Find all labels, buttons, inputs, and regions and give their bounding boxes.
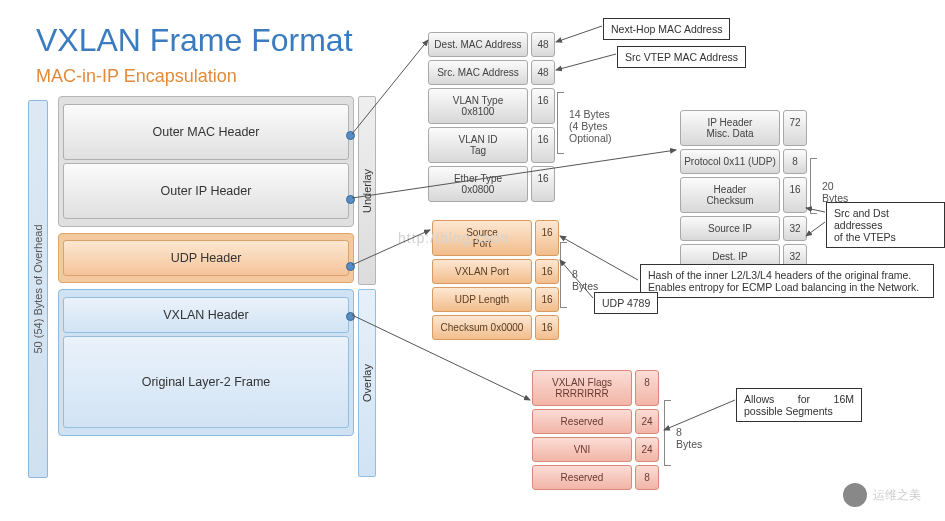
- vxlan-field-table: VXLAN Flags RRRRIRRR8Reserved24VNI24Rese…: [532, 370, 659, 493]
- connector-dot: [346, 131, 355, 140]
- field-bits: 16: [535, 315, 559, 340]
- underlay-label: Underlay: [361, 168, 373, 212]
- ann-vtep-addrs: Src and Dst addresses of the VTEPs: [826, 202, 945, 248]
- mac-field-table: Dest. MAC Address48Src. MAC Address48VLA…: [428, 32, 555, 205]
- field-bits: 16: [535, 220, 559, 256]
- watermark-text: 运维之美: [873, 487, 921, 504]
- ann-src-vtep-mac: Src VTEP MAC Address: [617, 46, 746, 68]
- outer-mac-header: Outer MAC Header: [63, 104, 349, 160]
- ann-udp-port: UDP 4789: [594, 292, 658, 314]
- udp-panel: UDP Header: [58, 233, 354, 283]
- wechat-icon: [843, 483, 867, 507]
- field-name: VNI: [532, 437, 632, 462]
- ann-next-hop: Next-Hop MAC Address: [603, 18, 730, 40]
- field-name: VXLAN Flags RRRRIRRR: [532, 370, 632, 406]
- field-name: Protocol 0x11 (UDP): [680, 149, 780, 174]
- field-name: Src. MAC Address: [428, 60, 528, 85]
- field-name: Reserved: [532, 465, 632, 490]
- original-frame: Original Layer-2 Frame: [63, 336, 349, 428]
- field-name: UDP Length: [432, 287, 532, 312]
- underlay-panel: Outer MAC Header Outer IP Header: [58, 96, 354, 227]
- vxlan-header: VXLAN Header: [63, 297, 349, 333]
- overhead-label: 50 (54) Bytes of Overhead: [32, 224, 44, 353]
- field-bits: 72: [783, 110, 807, 146]
- field-bits: 16: [535, 259, 559, 284]
- field-bits: 24: [635, 409, 659, 434]
- field-name: Source IP: [680, 216, 780, 241]
- page-subtitle: MAC-in-IP Encapsulation: [36, 66, 237, 87]
- connector-dot: [346, 262, 355, 271]
- field-bits: 32: [783, 216, 807, 241]
- field-bits: 8: [635, 465, 659, 490]
- field-name: Ether Type 0x0800: [428, 166, 528, 202]
- header-stack: Outer MAC Header Outer IP Header UDP Hea…: [58, 96, 354, 442]
- field-bits: 16: [531, 166, 555, 202]
- field-name: VLAN ID Tag: [428, 127, 528, 163]
- connector-dot: [346, 195, 355, 204]
- ip-field-table: IP Header Misc. Data72Protocol 0x11 (UDP…: [680, 110, 807, 272]
- underlay-bar: Underlay: [358, 96, 376, 285]
- overlay-label: Overlay: [361, 364, 373, 402]
- field-bits: 8: [783, 149, 807, 174]
- field-name: Header Checksum: [680, 177, 780, 213]
- field-bits: 16: [783, 177, 807, 213]
- field-name: Reserved: [532, 409, 632, 434]
- field-name: IP Header Misc. Data: [680, 110, 780, 146]
- field-bits: 48: [531, 32, 555, 57]
- page-title: VXLAN Frame Format: [36, 22, 353, 59]
- ann-segments: Allows for 16M possible Segments: [736, 388, 862, 422]
- field-bits: 16: [531, 88, 555, 124]
- field-bits: 48: [531, 60, 555, 85]
- outer-ip-header: Outer IP Header: [63, 163, 349, 219]
- connector-dot: [346, 312, 355, 321]
- field-name: Dest. MAC Address: [428, 32, 528, 57]
- field-bits: 16: [535, 287, 559, 312]
- ann-hash: Hash of the inner L2/L3/L4 headers of th…: [640, 264, 934, 298]
- field-name: Checksum 0x0000: [432, 315, 532, 340]
- udp-header: UDP Header: [63, 240, 349, 276]
- overlay-panel: VXLAN Header Original Layer-2 Frame: [58, 289, 354, 436]
- field-bits: 8: [635, 370, 659, 406]
- field-name: VXLAN Port: [432, 259, 532, 284]
- field-bits: 24: [635, 437, 659, 462]
- field-name: VLAN Type 0x8100: [428, 88, 528, 124]
- overhead-bar: 50 (54) Bytes of Overhead: [28, 100, 48, 478]
- field-bits: 16: [531, 127, 555, 163]
- watermark: 运维之美: [843, 483, 921, 507]
- watermark-url: http://blog.csdn: [398, 230, 509, 246]
- overlay-bar: Overlay: [358, 289, 376, 477]
